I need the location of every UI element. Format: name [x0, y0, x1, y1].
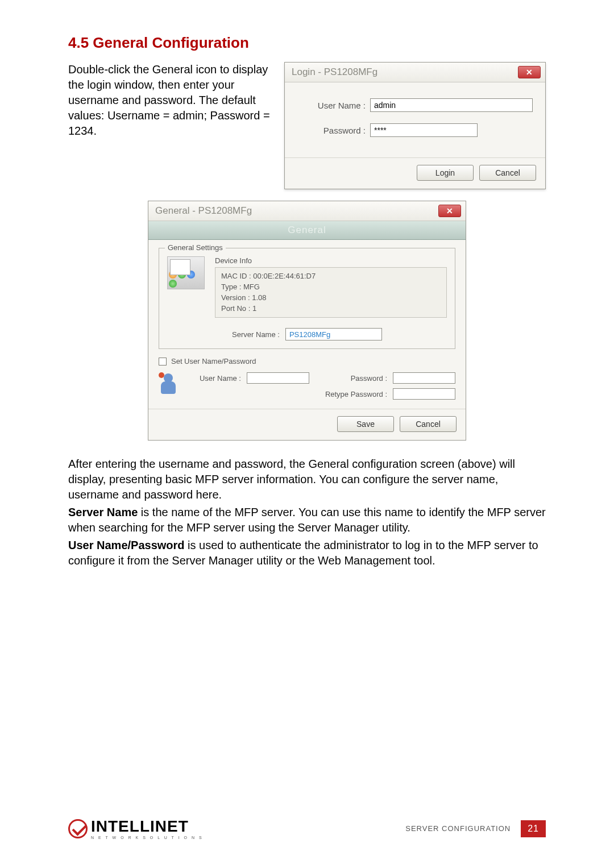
username2-input[interactable] — [247, 372, 309, 384]
brand-tagline: N E T W O R K S O L U T I O N S — [91, 836, 204, 840]
intro-paragraph: Double-click the General icon to display… — [68, 62, 273, 139]
version-line: Version : 1.08 — [221, 293, 441, 304]
footer-section-label: SERVER CONFIGURATION — [405, 824, 511, 833]
body-paragraph-3: User Name/Password is used to authentica… — [68, 538, 546, 568]
server-name-label: Server Name : — [232, 330, 280, 339]
set-credentials-checkbox[interactable] — [159, 358, 167, 366]
login-dialog: Login - PS1208MFg ✕ User Name : Password… — [284, 62, 546, 189]
username-input[interactable] — [370, 98, 533, 112]
general-dialog-title: General - PS1208MFg — [155, 205, 252, 217]
general-settings-legend: General Settings — [165, 243, 226, 252]
cancel-button[interactable]: Cancel — [400, 416, 457, 432]
username-label: User Name : — [297, 101, 366, 110]
page-number: 21 — [521, 820, 546, 837]
login-dialog-title: Login - PS1208MFg — [292, 67, 377, 78]
save-button[interactable]: Save — [337, 416, 394, 432]
tab-general[interactable]: General — [148, 221, 466, 240]
user-icon — [159, 372, 178, 397]
body-paragraph-1: After entering the username and password… — [68, 456, 546, 502]
mac-id-line: MAC ID : 00:0E:2E:44:61:D7 — [221, 271, 441, 282]
server-name-input[interactable] — [285, 328, 382, 340]
brand-logo: INTELLINET N E T W O R K S O L U T I O N… — [68, 817, 204, 840]
login-button[interactable]: Login — [417, 165, 474, 181]
password-input[interactable] — [370, 123, 478, 137]
device-icon — [167, 256, 205, 289]
general-dialog: General - PS1208MFg ✕ General General Se… — [148, 201, 466, 441]
retype-password-label: Retype Password : — [315, 390, 387, 398]
portno-line: Port No : 1 — [221, 304, 441, 314]
password2-input[interactable] — [393, 372, 455, 384]
brand-name: INTELLINET — [91, 817, 204, 836]
device-info-legend: Device Info — [215, 256, 447, 265]
set-credentials-label: Set User Name/Password — [171, 357, 256, 366]
password2-label: Password : — [315, 374, 387, 383]
close-icon[interactable]: ✕ — [518, 66, 541, 78]
username2-label: User Name : — [189, 374, 241, 383]
retype-password-input[interactable] — [393, 388, 455, 400]
body-paragraph-2: Server Name is the name of the MFP serve… — [68, 505, 546, 535]
password-label: Password : — [297, 126, 366, 135]
cancel-button[interactable]: Cancel — [479, 165, 536, 181]
section-heading: 4.5 General Configuration — [68, 34, 546, 52]
type-line: Type : MFG — [221, 282, 441, 293]
checkmark-icon — [68, 819, 88, 838]
close-icon[interactable]: ✕ — [438, 205, 461, 217]
device-info-box: MAC ID : 00:0E:2E:44:61:D7 Type : MFG Ve… — [215, 267, 447, 318]
